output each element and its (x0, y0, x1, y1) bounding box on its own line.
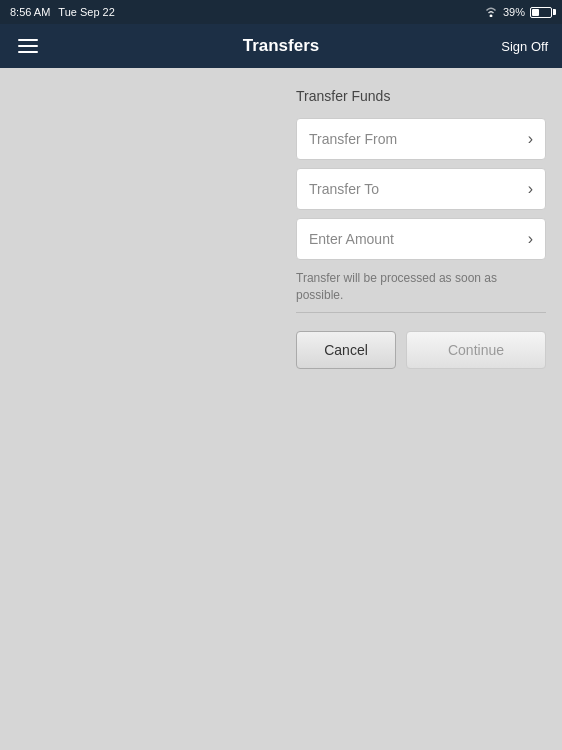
wifi-icon (484, 7, 498, 17)
battery-level: 39% (503, 6, 525, 18)
status-date: Tue Sep 22 (58, 6, 114, 18)
status-bar-left: 8:56 AM Tue Sep 22 (10, 6, 115, 18)
transfer-to-row[interactable]: Transfer To › (296, 168, 546, 210)
transfer-from-label: Transfer From (309, 131, 397, 147)
sidebar (0, 68, 280, 750)
buttons-row: Cancel Continue (296, 331, 546, 369)
info-text: Transfer will be processed as soon as po… (296, 270, 546, 304)
transfer-from-row[interactable]: Transfer From › (296, 118, 546, 160)
divider (296, 312, 546, 313)
section-title: Transfer Funds (296, 88, 546, 104)
status-bar: 8:56 AM Tue Sep 22 39% (0, 0, 562, 24)
enter-amount-label: Enter Amount (309, 231, 394, 247)
menu-line-1 (18, 39, 38, 41)
main-content: Transfer Funds Transfer From › Transfer … (0, 68, 562, 750)
transfer-to-chevron-icon: › (528, 180, 533, 198)
continue-button[interactable]: Continue (406, 331, 546, 369)
enter-amount-row[interactable]: Enter Amount › (296, 218, 546, 260)
cancel-button[interactable]: Cancel (296, 331, 396, 369)
menu-line-2 (18, 45, 38, 47)
transfer-to-label: Transfer To (309, 181, 379, 197)
menu-button[interactable] (14, 35, 42, 57)
battery-icon (530, 7, 552, 18)
status-time: 8:56 AM (10, 6, 50, 18)
status-bar-right: 39% (484, 6, 552, 18)
nav-bar: Transfers Sign Off (0, 24, 562, 68)
sign-off-button[interactable]: Sign Off (501, 39, 548, 54)
right-panel: Transfer Funds Transfer From › Transfer … (280, 68, 562, 750)
transfer-from-chevron-icon: › (528, 130, 533, 148)
menu-line-3 (18, 51, 38, 53)
enter-amount-chevron-icon: › (528, 230, 533, 248)
page-title: Transfers (243, 36, 320, 56)
